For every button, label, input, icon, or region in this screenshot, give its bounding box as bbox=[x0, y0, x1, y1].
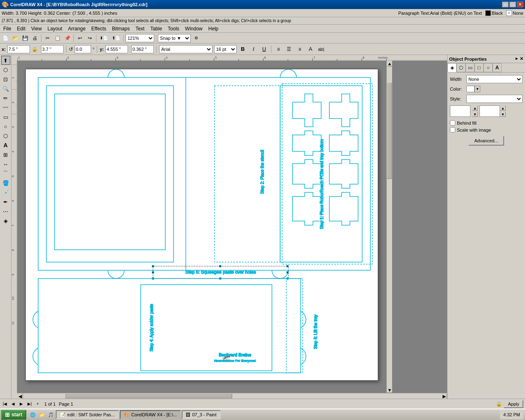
shape-tool[interactable]: ⬡ bbox=[1, 65, 10, 74]
undo-button[interactable]: ↩ bbox=[75, 34, 84, 43]
style-up[interactable]: ▲ bbox=[472, 105, 478, 111]
menu-bitmaps[interactable]: Bitmaps bbox=[110, 25, 132, 32]
panel-close-icon[interactable]: ✕ bbox=[520, 56, 523, 62]
hscrollbar[interactable]: ◀ ▶ bbox=[17, 393, 447, 399]
scroll-thumb[interactable] bbox=[387, 82, 392, 179]
advanced-button[interactable]: Advanced... bbox=[468, 136, 504, 146]
paste-button[interactable]: 📌 bbox=[63, 34, 72, 43]
new-button[interactable]: 📄 bbox=[1, 34, 10, 43]
menu-view[interactable]: View bbox=[29, 25, 44, 32]
taskbar-paint[interactable]: 🖼 07_3 - Paint bbox=[182, 410, 220, 419]
tab-ellipse[interactable]: ○ bbox=[484, 63, 493, 72]
tab-rectangle[interactable]: ▭ bbox=[466, 63, 475, 72]
color-picker[interactable] bbox=[466, 86, 475, 92]
ie-icon[interactable]: 🌐 bbox=[29, 411, 37, 419]
menu-layout[interactable]: Layout bbox=[45, 25, 65, 32]
close-button[interactable]: ✕ bbox=[517, 2, 523, 7]
bold-button[interactable]: B bbox=[238, 45, 247, 54]
connector-tool[interactable]: ⌒ bbox=[1, 169, 10, 178]
align-right-button[interactable]: ≡ bbox=[295, 45, 304, 54]
drawing-canvas[interactable]: Step 1: Place RoborRoach PCBs and tray b… bbox=[25, 69, 378, 381]
text-char-button[interactable]: A bbox=[306, 45, 315, 54]
polygon-tool[interactable]: ⬡ bbox=[1, 131, 10, 140]
menu-table[interactable]: Table bbox=[148, 25, 164, 32]
crop-tool[interactable]: ⊡ bbox=[1, 75, 10, 84]
blend-tool[interactable]: ⋯ bbox=[1, 207, 10, 216]
add-page-button[interactable]: + bbox=[34, 401, 41, 407]
first-page-button[interactable]: |◀ bbox=[2, 401, 8, 407]
scroll-left-button[interactable]: ◀ bbox=[17, 393, 23, 399]
snap-combo[interactable]: Snap to ▼ bbox=[158, 34, 191, 42]
freehand-tool[interactable]: ✏ bbox=[1, 94, 10, 103]
w-input[interactable] bbox=[41, 45, 64, 53]
color-dropdown[interactable]: ▼ bbox=[475, 86, 480, 92]
scroll-area[interactable]: 1 2 3 4 5 6 7 8 9 10 11 bbox=[11, 61, 447, 393]
y-input[interactable] bbox=[105, 45, 128, 53]
last-page-button[interactable]: ▶| bbox=[26, 401, 33, 407]
snap-settings-button[interactable]: ⚙ bbox=[192, 34, 201, 43]
menu-arrange[interactable]: Arrange bbox=[66, 25, 88, 32]
panel-expand-icon[interactable]: ► bbox=[515, 56, 519, 62]
font-name-combo[interactable]: Arial bbox=[159, 45, 212, 53]
hscroll-track[interactable] bbox=[23, 393, 441, 399]
taskbar-edit[interactable]: 📝 edit : SMT Solder Pas... bbox=[56, 410, 119, 419]
menu-effects[interactable]: Effects bbox=[89, 25, 109, 32]
fill-tool[interactable]: 🪣 bbox=[1, 178, 10, 187]
style-up2[interactable]: ▲ bbox=[500, 105, 506, 111]
zoom-combo[interactable]: 121% bbox=[126, 34, 154, 42]
next-page-button[interactable]: ▶ bbox=[18, 401, 25, 407]
width-combo[interactable]: None bbox=[466, 75, 523, 83]
ellipse-tool[interactable]: ○ bbox=[1, 122, 10, 131]
menu-tools[interactable]: Tools bbox=[165, 25, 182, 32]
open-button[interactable]: 📂 bbox=[11, 34, 20, 43]
tab-fill[interactable]: ◈ bbox=[447, 63, 457, 72]
tab-text[interactable]: A bbox=[493, 63, 502, 72]
taskbar-coreldraw[interactable]: 🎨 CorelDRAW X4 - [E:\... bbox=[120, 410, 181, 419]
save-button[interactable]: 💾 bbox=[21, 34, 30, 43]
minimize-button[interactable]: − bbox=[502, 2, 509, 7]
text-para-button[interactable]: ab| bbox=[317, 45, 326, 54]
cut-button[interactable]: ✂ bbox=[43, 34, 52, 43]
rect-tool[interactable]: ▭ bbox=[1, 112, 10, 121]
text-tool[interactable]: A bbox=[1, 141, 10, 150]
menu-edit[interactable]: Edit bbox=[14, 25, 28, 32]
folder-icon[interactable]: 📁 bbox=[38, 411, 46, 419]
rotation-input[interactable] bbox=[75, 45, 91, 53]
maximize-button[interactable]: □ bbox=[509, 2, 516, 7]
h-input[interactable] bbox=[131, 45, 154, 53]
menu-window[interactable]: Window bbox=[183, 25, 205, 32]
select-tool[interactable]: ⬆ bbox=[1, 56, 10, 65]
scroll-down-button[interactable]: ▼ bbox=[387, 387, 393, 393]
tab-rect2[interactable]: □ bbox=[475, 63, 484, 72]
italic-button[interactable]: I bbox=[249, 45, 258, 54]
print-button[interactable]: 🖨 bbox=[30, 34, 39, 43]
x-input[interactable] bbox=[7, 45, 30, 53]
underline-button[interactable]: U bbox=[260, 45, 269, 54]
outline-tool[interactable]: ✒ bbox=[1, 197, 10, 206]
table-tool[interactable]: ⊞ bbox=[1, 150, 10, 159]
scroll-right-button[interactable]: ▶ bbox=[441, 393, 447, 399]
style-down[interactable]: ▼ bbox=[472, 112, 478, 117]
vscrollbar[interactable]: ▲ ▼ bbox=[386, 61, 392, 393]
align-left-button[interactable]: ≡ bbox=[274, 45, 283, 54]
smartdraw-tool[interactable]: 〰 bbox=[1, 103, 10, 112]
apply-button[interactable]: Apply bbox=[504, 400, 523, 408]
interactive-fill[interactable]: ◈ bbox=[1, 216, 10, 225]
copy-button[interactable]: 📋 bbox=[53, 34, 62, 43]
dimension-tool[interactable]: ↔ bbox=[1, 160, 10, 169]
media-icon[interactable]: 🎵 bbox=[47, 411, 55, 419]
scroll-track[interactable] bbox=[387, 66, 392, 387]
eyedropper-tool[interactable]: 💉 bbox=[1, 188, 10, 197]
font-size-combo[interactable]: 16 pt bbox=[214, 45, 237, 53]
export-button[interactable]: ⬆📄 bbox=[110, 34, 122, 43]
scale-image-checkbox[interactable] bbox=[450, 127, 455, 132]
tab-outline[interactable]: ⬡ bbox=[457, 63, 466, 72]
import-button[interactable]: ⬇📄 bbox=[98, 34, 110, 43]
menu-file[interactable]: File bbox=[1, 25, 14, 32]
start-button[interactable]: ⊞ start bbox=[1, 410, 26, 420]
hscroll-thumb[interactable] bbox=[65, 393, 232, 398]
style-box1[interactable] bbox=[450, 105, 470, 117]
menu-text[interactable]: Text bbox=[133, 25, 147, 32]
menu-help[interactable]: Help bbox=[206, 25, 221, 32]
scroll-up-button[interactable]: ▲ bbox=[387, 61, 393, 66]
